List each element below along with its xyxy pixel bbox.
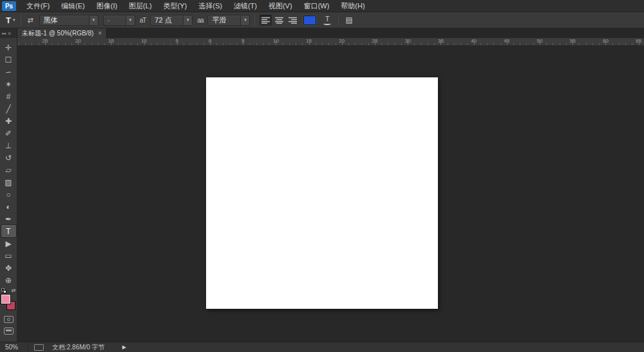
align-left-button[interactable] <box>260 15 272 26</box>
menu-item[interactable]: 视图(V) <box>263 0 298 12</box>
zoom-tool[interactable]: ⊕ <box>1 274 16 286</box>
status-bar: 50% 文档:2.86M/0 字节 ▶ <box>0 342 644 352</box>
ruler-tick <box>243 41 243 45</box>
menu-item[interactable]: 类型(Y) <box>158 0 193 12</box>
ruler-tick <box>309 41 310 45</box>
chevron-down-icon: ▾ <box>183 15 192 25</box>
crop-tool[interactable]: # <box>1 90 16 103</box>
menu-item[interactable]: 图层(L) <box>123 0 157 12</box>
tab-close-icon[interactable]: × <box>98 30 102 37</box>
dodge-tool[interactable]: ◐ <box>1 200 16 213</box>
text-align-group <box>260 15 299 26</box>
align-right-icon <box>289 17 297 24</box>
toolbar-collapse-control[interactable]: ◂◂ × <box>0 28 17 38</box>
screen-mode-icon[interactable] <box>4 328 14 335</box>
quick-selection-tool[interactable]: ✶ <box>1 78 16 90</box>
ruler-tick <box>507 41 507 45</box>
tools-panel: ✛☐∽✶#╱✚✐⊥↺▱▨○◐✒T▶▭✥⊕ ⇄ <box>0 38 17 342</box>
warp-arc-icon <box>323 22 331 25</box>
brush-tool[interactable]: ✐ <box>1 127 16 139</box>
swap-colors-icon[interactable]: ⇄ <box>12 288 16 293</box>
toggle-panels-icon[interactable]: ▤ <box>343 15 354 24</box>
align-center-icon <box>275 17 283 24</box>
ruler-tick <box>210 41 211 45</box>
blur-tool[interactable]: ○ <box>1 188 16 200</box>
menu-bar: Ps 文件(F)编辑(E)图像(I)图层(L)类型(Y)选择(S)滤镜(T)视图… <box>0 0 644 12</box>
lasso-tool[interactable]: ∽ <box>1 66 16 78</box>
menu-item[interactable]: 文件(F) <box>21 0 55 12</box>
type-tool-icon: T <box>6 15 11 25</box>
eyedropper-tool[interactable]: ╱ <box>1 103 16 115</box>
menu-item[interactable]: 滤镜(T) <box>228 0 263 12</box>
toolbar-tools: ✛☐∽✶#╱✚✐⊥↺▱▨○◐✒T▶▭✥⊕ <box>1 41 16 286</box>
foreground-color-swatch[interactable] <box>1 295 10 304</box>
pasteboard[interactable] <box>17 46 644 342</box>
spot-healing-brush-tool[interactable]: ✚ <box>1 115 16 127</box>
rectangular-marquee-tool[interactable]: ☐ <box>1 54 16 66</box>
ruler-tick <box>276 41 276 45</box>
ruler-tick <box>177 41 178 45</box>
anti-alias-select[interactable]: 平滑 ▾ <box>207 15 250 26</box>
font-size-select[interactable]: 72 点 ▾ <box>150 15 193 26</box>
color-swatches <box>1 295 16 310</box>
anti-alias-value: 平滑 <box>208 15 240 25</box>
ruler-tick <box>375 41 375 45</box>
menu-item[interactable]: 帮助(H) <box>335 0 370 12</box>
document-canvas[interactable] <box>206 77 438 309</box>
zoom-level-field[interactable]: 50% <box>0 342 28 352</box>
menu-item[interactable]: 选择(S) <box>193 0 228 12</box>
font-style-select[interactable]: - ▾ <box>103 15 135 26</box>
chevron-down-icon: ▾ <box>89 15 98 25</box>
ruler-tick <box>474 41 475 45</box>
options-bar: T ▾ ⇄ 黑体 ▾ - ▾ aT 72 点 ▾ aa 平滑 ▾ <box>0 12 644 28</box>
ruler-tick <box>408 41 408 45</box>
pen-tool[interactable]: ✒ <box>1 213 16 225</box>
font-family-select[interactable]: 黑体 ▾ <box>39 15 99 26</box>
quick-mask-icon[interactable] <box>4 316 14 323</box>
ruler-tick <box>639 41 639 45</box>
type-tool[interactable]: T <box>1 225 16 237</box>
chevron-down-icon: ▾ <box>126 15 135 25</box>
ruler-tick <box>440 41 441 45</box>
close-icon: × <box>8 30 11 37</box>
history-brush-tool[interactable]: ↺ <box>1 152 16 164</box>
align-left-icon <box>261 17 270 24</box>
font-size-value: 72 点 <box>151 15 183 25</box>
chevron-down-icon: ▾ <box>240 15 249 25</box>
path-selection-tool[interactable]: ▶ <box>1 237 16 249</box>
horizontal-ruler[interactable]: 25201510505101520253035404550556065 <box>17 38 644 46</box>
rectangle-tool[interactable]: ▭ <box>1 249 16 262</box>
font-family-value: 黑体 <box>40 15 89 25</box>
menu-item[interactable]: 窗口(W) <box>298 0 336 12</box>
anti-alias-icon: aa <box>197 17 203 24</box>
align-center-button[interactable] <box>273 15 285 26</box>
text-orientation-icon[interactable]: ⇄ <box>26 16 34 24</box>
eraser-tool[interactable]: ▱ <box>1 164 16 176</box>
ruler-tick <box>342 41 343 45</box>
text-color-swatch[interactable] <box>303 15 316 25</box>
hand-tool[interactable]: ✥ <box>1 262 16 274</box>
tool-preset-picker[interactable]: T ▾ <box>5 15 16 26</box>
separator <box>21 15 21 26</box>
status-preview-icon <box>34 344 44 351</box>
ruler-tick <box>111 41 111 45</box>
warp-text-icon: T <box>321 15 334 23</box>
font-size-icon: aT <box>140 17 146 24</box>
document-tab[interactable]: 未标题-1 @ 50%(RGB/8) × <box>17 28 107 38</box>
menu-item[interactable]: 图像(I) <box>91 0 123 12</box>
align-right-button[interactable] <box>287 15 299 26</box>
gradient-tool[interactable]: ▨ <box>1 176 16 188</box>
separator <box>338 15 339 26</box>
swatch-mini-row: ⇄ <box>1 288 16 293</box>
ruler-tick <box>78 41 79 45</box>
warp-text-button[interactable]: T <box>321 15 334 26</box>
ruler-tick <box>144 41 145 45</box>
move-tool[interactable]: ✛ <box>1 41 16 54</box>
default-colors-icon[interactable] <box>1 288 6 293</box>
font-style-value: - <box>104 16 126 24</box>
ruler-tick <box>573 41 573 45</box>
menu-items: 文件(F)编辑(E)图像(I)图层(L)类型(Y)选择(S)滤镜(T)视图(V)… <box>21 0 371 12</box>
menu-item[interactable]: 编辑(E) <box>55 0 91 12</box>
clone-stamp-tool[interactable]: ⊥ <box>1 139 16 152</box>
status-popup-arrow-icon[interactable]: ▶ <box>122 344 126 350</box>
